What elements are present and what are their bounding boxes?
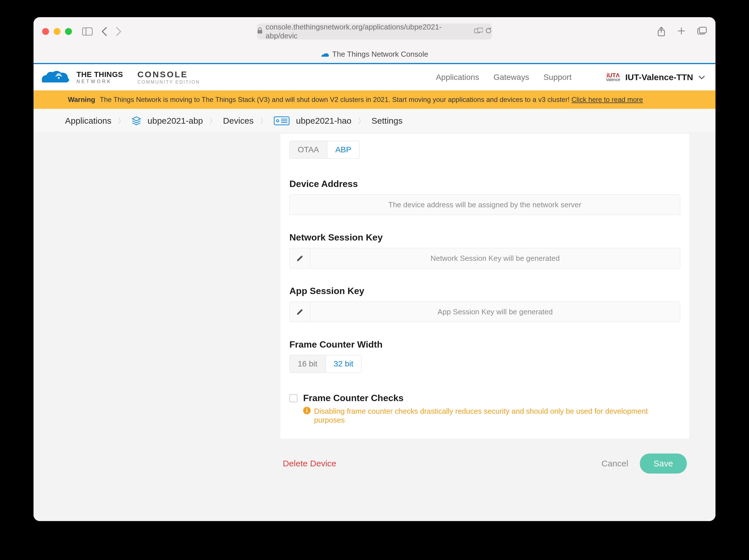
close-window-button[interactable]	[42, 28, 49, 35]
chevron-right-icon: 〉	[118, 116, 125, 126]
warning-link[interactable]: Click here to read more	[572, 96, 643, 103]
console-line1: CONSOLE	[137, 70, 200, 79]
console-text: CONSOLE COMMUNITY EDITION	[137, 70, 200, 85]
field-device-address: Device Address The device address will b…	[290, 179, 680, 215]
svg-rect-2	[258, 30, 262, 33]
cancel-button[interactable]: Cancel	[601, 458, 628, 468]
svg-marker-12	[132, 117, 141, 121]
logo-line2: NETWORK	[77, 79, 123, 84]
nav-arrows	[101, 27, 122, 36]
save-button[interactable]: Save	[640, 453, 687, 473]
frame-counter-checks-checkbox[interactable]	[290, 394, 297, 402]
nav-applications[interactable]: Applications	[436, 73, 479, 82]
edit-network-session-key-button[interactable]	[290, 248, 310, 269]
tabs-overview-icon[interactable]	[697, 27, 707, 36]
warning-label: Warning	[68, 96, 95, 103]
content-area: OTAA ABP Device Address The device addre…	[34, 133, 715, 521]
logo-text: THE THINGS NETWORK	[77, 71, 123, 84]
sidebar-toggle-icon[interactable]	[82, 27, 92, 36]
pencil-icon	[296, 254, 304, 262]
frame-counter-width-label: Frame Counter Width	[290, 339, 680, 350]
nav-gateways[interactable]: Gateways	[493, 73, 529, 82]
ttn-favicon	[321, 51, 329, 57]
svg-point-11	[58, 77, 60, 79]
app-session-key-value: App Session Key will be generated	[310, 301, 680, 322]
forward-button[interactable]	[115, 27, 122, 36]
url-bar[interactable]: console.thethingsnetwork.org/application…	[257, 23, 492, 40]
field-app-session-key: App Session Key App Session Key will be …	[290, 286, 680, 322]
org-logo: iUTΛ Valence	[606, 73, 620, 82]
app-session-key-label: App Session Key	[290, 286, 680, 296]
chevron-right-icon: 〉	[209, 116, 217, 126]
reader-icon[interactable]	[474, 27, 483, 36]
field-frame-counter-checks: Frame Counter Checks	[290, 393, 680, 403]
lock-icon	[257, 27, 263, 36]
new-tab-icon[interactable]	[677, 27, 686, 36]
network-session-key-label: Network Session Key	[290, 232, 680, 243]
field-frame-counter-width: Frame Counter Width 16 bit 32 bit	[290, 339, 680, 373]
fullscreen-window-button[interactable]	[65, 28, 72, 35]
warning-text: The Things Network is moving to The Thin…	[100, 96, 571, 103]
warning-banner: Warning The Things Network is moving to …	[34, 90, 715, 109]
ttn-cloud-icon	[39, 69, 71, 86]
fcw-32bit[interactable]: 32 bit	[326, 355, 362, 373]
frame-counter-checks-help: i Disabling frame counter checks drastic…	[303, 407, 680, 425]
svg-point-14	[277, 120, 279, 122]
svg-rect-4	[478, 28, 483, 32]
tab-abp[interactable]: ABP	[327, 141, 359, 158]
device-address-value: The device address will be assigned by t…	[290, 195, 680, 215]
edit-app-session-key-button[interactable]	[290, 301, 310, 322]
bc-applications[interactable]: Applications	[65, 116, 111, 126]
titlebar: console.thethingsnetwork.org/application…	[34, 17, 715, 46]
device-address-label: Device Address	[290, 179, 680, 189]
console-line2: COMMUNITY EDITION	[137, 80, 200, 85]
activation-method-segmented: OTAA ABP	[290, 141, 360, 159]
back-button[interactable]	[101, 27, 107, 36]
settings-card: OTAA ABP Device Address The device addre…	[280, 133, 690, 439]
url-text: console.thethingsnetwork.org/application…	[265, 23, 467, 40]
bc-devices[interactable]: Devices	[223, 116, 254, 126]
bc-settings[interactable]: Settings	[372, 116, 403, 126]
info-icon: i	[303, 407, 311, 414]
tab-title[interactable]: The Things Network Console	[333, 50, 428, 59]
browser-window: console.thethingsnetwork.org/application…	[34, 17, 715, 521]
logo-block[interactable]: THE THINGS NETWORK CONSOLE COMMUNITY EDI…	[39, 69, 200, 86]
frame-counter-checks-label: Frame Counter Checks	[303, 393, 403, 403]
fcw-16bit[interactable]: 16 bit	[290, 355, 326, 373]
breadcrumb: Applications 〉 ubpe2021-abp 〉 Devices 〉 …	[34, 109, 715, 133]
user-menu[interactable]: iUTΛ Valence IUT-Valence-TTN	[606, 72, 705, 82]
footer-row: Delete Device Cancel Save	[280, 453, 690, 473]
application-icon	[131, 116, 141, 126]
bc-app-id[interactable]: ubpe2021-abp	[148, 116, 203, 126]
logo-line1: THE THINGS	[77, 71, 123, 78]
frame-counter-checks-help-text: Disabling frame counter checks drastical…	[314, 407, 680, 425]
svg-rect-0	[83, 28, 92, 35]
chevron-right-icon: 〉	[358, 116, 365, 126]
app-header: THE THINGS NETWORK CONSOLE COMMUNITY EDI…	[34, 63, 715, 90]
device-icon	[274, 116, 290, 126]
field-network-session-key: Network Session Key Network Session Key …	[290, 232, 680, 269]
minimize-window-button[interactable]	[53, 28, 61, 35]
network-session-key-value: Network Session Key will be generated	[310, 248, 680, 269]
app-nav: Applications Gateways Support iUTΛ Valen…	[436, 72, 705, 82]
traffic-lights	[42, 28, 72, 35]
frame-counter-width-segmented: 16 bit 32 bit	[290, 355, 362, 373]
share-icon[interactable]	[657, 27, 666, 36]
reload-icon[interactable]	[485, 27, 492, 36]
nav-support[interactable]: Support	[543, 73, 572, 82]
svg-rect-10	[700, 27, 706, 33]
reader-reload-group	[474, 27, 492, 36]
delete-device-button[interactable]: Delete Device	[283, 458, 336, 468]
tab-otaa[interactable]: OTAA	[290, 141, 327, 158]
titlebar-right	[657, 27, 707, 36]
pencil-icon	[296, 308, 304, 316]
bc-device-id[interactable]: ubpe2021-hao	[296, 116, 351, 126]
org-logo-bottom: Valence	[606, 78, 620, 82]
tab-strip: The Things Network Console	[34, 46, 715, 63]
chevron-down-icon	[698, 73, 705, 82]
user-name: IUT-Valence-TTN	[625, 72, 693, 82]
chevron-right-icon: 〉	[260, 116, 268, 126]
